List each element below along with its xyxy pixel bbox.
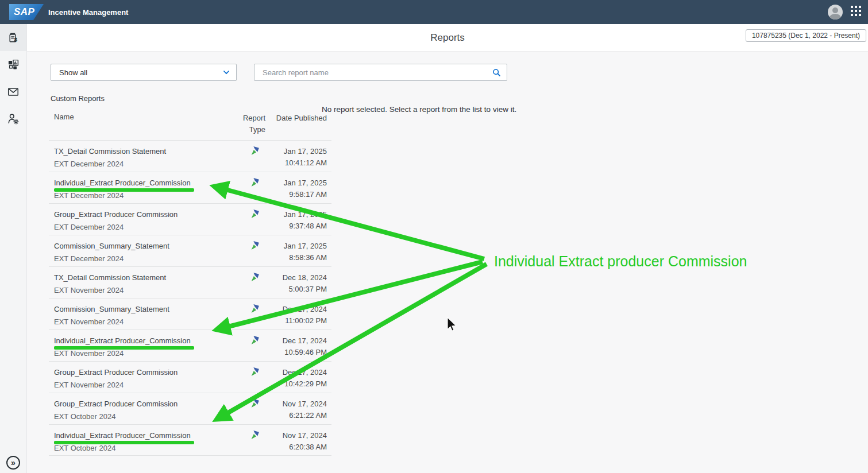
crystal-report-icon (250, 241, 260, 266)
report-list: Name Report Type Date Published TX_Detai… (49, 106, 331, 456)
report-date: Jan 17, 20259:58:17 AM (265, 177, 327, 203)
report-date: Jan 17, 20258:58:36 AM (265, 241, 327, 266)
sap-logo[interactable]: SAP (9, 4, 44, 20)
crystal-report-icon (250, 367, 260, 393)
table-row[interactable]: Group_Extract Producer CommissionEXT Dec… (49, 203, 331, 235)
date-published: Jan 17, 2025 (265, 209, 327, 220)
report-type-dropdown[interactable]: Show all (51, 64, 237, 81)
table-row[interactable]: Individual_Extract Producer_CommissionEX… (49, 329, 331, 361)
table-row[interactable]: TX_Detail Commission StatementEXT Decemb… (49, 140, 331, 172)
crystal-report-icon (250, 304, 260, 329)
sidebar-item-statements[interactable]: $ (0, 24, 26, 51)
time-published: 11:00:02 PM (265, 315, 327, 327)
chevron-down-icon (222, 68, 230, 76)
report-subtitle: EXT October 2024 (54, 412, 225, 421)
table-row[interactable]: Group_Extract Producer CommissionEXT Oct… (49, 393, 331, 424)
sidebar-item-dashboards[interactable] (0, 51, 26, 78)
report-subtitle: EXT December 2024 (54, 191, 225, 200)
double-chevron-right-icon: » (11, 458, 16, 467)
table-row[interactable]: Commission_Summary_StatementEXT November… (49, 298, 331, 329)
report-date: Nov 17, 20246:20:38 AM (265, 430, 327, 455)
report-name[interactable]: Commission_Summary_Statement (54, 242, 169, 250)
report-subtitle: EXT October 2024 (54, 444, 225, 452)
report-date: Jan 17, 20259:37:48 AM (265, 209, 327, 235)
search-input[interactable] (263, 68, 492, 77)
time-published: 10:59:46 PM (265, 347, 327, 358)
search-icon[interactable] (492, 68, 501, 77)
report-date: Dec 17, 202410:42:29 PM (265, 367, 327, 393)
period-badge[interactable]: 107875235 (Dec 1, 2022 - Present) (746, 29, 866, 42)
dashboard-icon (7, 59, 20, 71)
table-row[interactable]: Group_Extract Producer CommissionEXT Nov… (49, 361, 331, 393)
date-published: Dec 18, 2024 (265, 272, 327, 284)
avatar-body (830, 14, 841, 20)
sidebar-item-user-settings[interactable] (0, 105, 26, 132)
crystal-report-icon (250, 335, 260, 361)
report-rows: TX_Detail Commission StatementEXT Decemb… (49, 140, 331, 456)
main-content: Show all Custom Reports Name Report Type… (27, 52, 868, 473)
report-date: Dec 18, 20245:00:37 PM (265, 272, 327, 298)
report-name[interactable]: Individual_Extract Producer_Commission (54, 431, 191, 440)
crystal-report-icon (250, 272, 260, 298)
report-date: Nov 17, 20246:21:22 AM (265, 398, 327, 424)
section-label: Custom Reports (51, 94, 105, 103)
sidebar-item-messages[interactable] (0, 78, 26, 105)
user-avatar-icon[interactable] (828, 5, 843, 20)
envelope-icon (7, 86, 20, 98)
statement-dollar-icon: $ (7, 32, 20, 44)
report-subtitle: EXT November 2024 (54, 349, 225, 358)
report-name[interactable]: Group_Extract Producer Commission (54, 400, 178, 408)
report-date: Jan 17, 202510:41:12 AM (265, 146, 327, 172)
crystal-report-icon (250, 209, 260, 235)
date-published: Dec 17, 2024 (265, 335, 327, 347)
table-row[interactable]: Individual_Extract Producer_CommissionEX… (49, 172, 331, 203)
report-name[interactable]: Group_Extract Producer Commission (54, 368, 178, 377)
column-date-published[interactable]: Date Published (265, 113, 327, 135)
date-published: Dec 17, 2024 (265, 304, 327, 315)
date-published: Nov 17, 2024 (265, 398, 327, 410)
crystal-report-icon (250, 146, 260, 172)
report-search (254, 64, 507, 81)
date-published: Jan 17, 2025 (265, 241, 327, 252)
table-row[interactable]: Commission_Summary_StatementEXT December… (49, 235, 331, 266)
page-title: Reports (27, 32, 868, 44)
time-published: 5:00:37 PM (265, 284, 327, 295)
report-date: Dec 17, 202410:59:46 PM (265, 335, 327, 361)
report-name[interactable]: Individual_Extract Producer_Commission (54, 179, 191, 187)
date-published: Jan 17, 2025 (265, 146, 327, 157)
avatar-head (832, 7, 838, 13)
sidebar: $ » (0, 24, 27, 473)
report-name[interactable]: Group_Extract Producer Commission (54, 210, 178, 219)
list-header: Name Report Type Date Published (49, 106, 331, 140)
shellbar: SAP Incentive Management (0, 0, 868, 24)
table-row[interactable]: TX_Detail Commission StatementEXT Novemb… (49, 266, 331, 298)
report-name[interactable]: TX_Detail Commission Statement (54, 147, 166, 156)
empty-selection-message: No report selected. Select a report from… (322, 105, 516, 114)
column-report-type[interactable]: Report Type (225, 113, 265, 135)
user-gear-icon (7, 113, 20, 125)
report-subtitle: EXT December 2024 (54, 254, 225, 263)
time-published: 9:37:48 AM (265, 220, 327, 232)
sap-logo-text: SAP (14, 6, 34, 18)
report-date: Dec 17, 202411:00:02 PM (265, 304, 327, 329)
time-published: 8:58:36 AM (265, 252, 327, 263)
time-published: 6:21:22 AM (265, 410, 327, 421)
report-subtitle: EXT December 2024 (54, 223, 225, 231)
report-name[interactable]: TX_Detail Commission Statement (54, 273, 166, 282)
column-name[interactable]: Name (54, 113, 225, 135)
product-title: Incentive Management (48, 0, 128, 24)
time-published: 9:58:17 AM (265, 189, 327, 200)
table-row[interactable]: Individual_Extract Producer_CommissionEX… (49, 424, 331, 456)
time-published: 10:42:29 PM (265, 378, 327, 390)
date-published: Nov 17, 2024 (265, 430, 327, 441)
report-name[interactable]: Individual_Extract Producer_Commission (54, 336, 191, 345)
app-launcher-icon[interactable] (851, 6, 863, 18)
svg-text:$: $ (14, 37, 17, 42)
report-name[interactable]: Commission_Summary_Statement (54, 305, 169, 313)
sidebar-expand-button[interactable]: » (6, 456, 20, 470)
dropdown-value: Show all (59, 68, 222, 77)
page-header: Reports 107875235 (Dec 1, 2022 - Present… (27, 24, 868, 52)
report-subtitle: EXT November 2024 (54, 381, 225, 389)
date-published: Dec 17, 2024 (265, 367, 327, 378)
date-published: Jan 17, 2025 (265, 177, 327, 189)
